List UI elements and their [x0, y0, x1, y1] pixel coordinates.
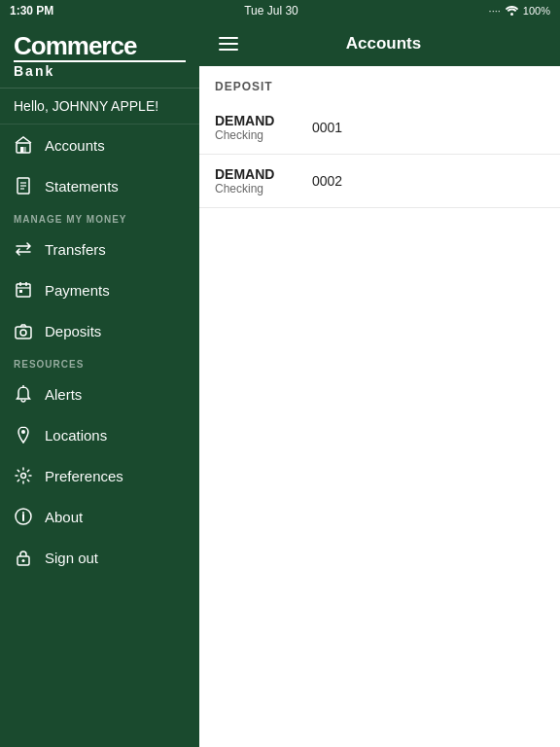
pin-icon	[14, 425, 33, 445]
sidebar-about-label: About	[45, 509, 83, 525]
sidebar-item-accounts[interactable]: Accounts	[0, 124, 199, 165]
sidebar-deposits-label: Deposits	[45, 323, 101, 339]
sidebar-item-signout[interactable]: Sign out	[0, 537, 199, 578]
info-icon	[14, 507, 33, 526]
svg-rect-12	[19, 290, 22, 293]
menu-button[interactable]	[215, 33, 242, 54]
svg-point-16	[21, 430, 25, 434]
lock-icon	[14, 548, 33, 567]
building-icon	[14, 135, 33, 155]
sidebar-nav: Accounts Statements MANAGE MY MONEY	[0, 124, 199, 747]
sidebar-statements-label: Statements	[45, 178, 119, 195]
svg-rect-8	[17, 284, 30, 297]
sidebar-item-statements[interactable]: Statements	[0, 165, 199, 206]
camera-icon	[14, 321, 33, 340]
sidebar-alerts-label: Alerts	[45, 386, 82, 403]
account-row-2[interactable]: DEMAND Checking 0002	[199, 155, 560, 208]
account-number-2: 0002	[312, 173, 342, 189]
greeting: Hello, JOHNNY APPLE!	[0, 89, 199, 124]
main-content: DEPOSIT DEMAND Checking 0001 DEMAND Chec…	[199, 66, 560, 747]
sidebar: Commerce Bank Hello, JOHNNY APPLE! Accou…	[0, 21, 199, 747]
resources-label: RESOURCES	[0, 351, 199, 374]
signal-icon: ····	[489, 5, 501, 17]
document-icon	[14, 176, 33, 196]
status-indicators: ···· 100%	[489, 5, 550, 18]
status-time: 1:30 PM	[10, 4, 53, 18]
status-bar: 1:30 PM Tue Jul 30 ···· 100%	[0, 0, 560, 21]
account-number-1: 0001	[312, 120, 342, 135]
sidebar-item-alerts[interactable]: Alerts	[0, 374, 199, 414]
page-title: Accounts	[254, 34, 544, 53]
svg-point-14	[20, 330, 26, 336]
deposit-section-label: DEPOSIT	[199, 66, 560, 101]
sidebar-locations-label: Locations	[45, 427, 107, 444]
transfers-icon	[14, 239, 33, 259]
svg-point-20	[22, 512, 24, 514]
svg-point-17	[21, 474, 26, 479]
sidebar-preferences-label: Preferences	[45, 468, 123, 484]
sidebar-transfers-label: Transfers	[45, 241, 106, 258]
svg-rect-2	[20, 147, 23, 153]
logo: Commerce Bank	[14, 33, 186, 78]
svg-rect-3	[23, 147, 26, 153]
account-type-2: DEMAND Checking	[215, 166, 293, 196]
sidebar-payments-label: Payments	[45, 282, 110, 299]
manage-money-label: MANAGE MY MONEY	[0, 206, 199, 229]
wifi-icon	[505, 5, 519, 18]
sidebar-item-payments[interactable]: Payments	[0, 269, 199, 310]
sidebar-item-about[interactable]: About	[0, 496, 199, 537]
app-body: Commerce Bank Hello, JOHNNY APPLE! Accou…	[0, 21, 560, 747]
account-type-1: DEMAND Checking	[215, 113, 293, 142]
calendar-icon	[14, 280, 33, 300]
svg-rect-13	[16, 327, 31, 338]
sidebar-accounts-label: Accounts	[45, 137, 105, 154]
logo-area: Commerce Bank	[0, 21, 199, 89]
bell-icon	[14, 384, 33, 404]
sidebar-item-locations[interactable]: Locations	[0, 414, 199, 455]
status-date: Tue Jul 30	[244, 4, 298, 18]
main-panel: Accounts DEPOSIT DEMAND Checking 0001 DE…	[199, 21, 560, 747]
battery-icon: 100%	[523, 5, 550, 17]
main-header: Accounts	[199, 21, 560, 66]
sidebar-signout-label: Sign out	[45, 550, 98, 566]
sidebar-item-transfers[interactable]: Transfers	[0, 229, 199, 269]
sidebar-item-preferences[interactable]: Preferences	[0, 455, 199, 496]
sidebar-item-deposits[interactable]: Deposits	[0, 310, 199, 351]
svg-point-22	[22, 559, 25, 562]
svg-point-0	[510, 13, 513, 16]
account-row-1[interactable]: DEMAND Checking 0001	[199, 101, 560, 155]
gear-icon	[14, 466, 33, 485]
